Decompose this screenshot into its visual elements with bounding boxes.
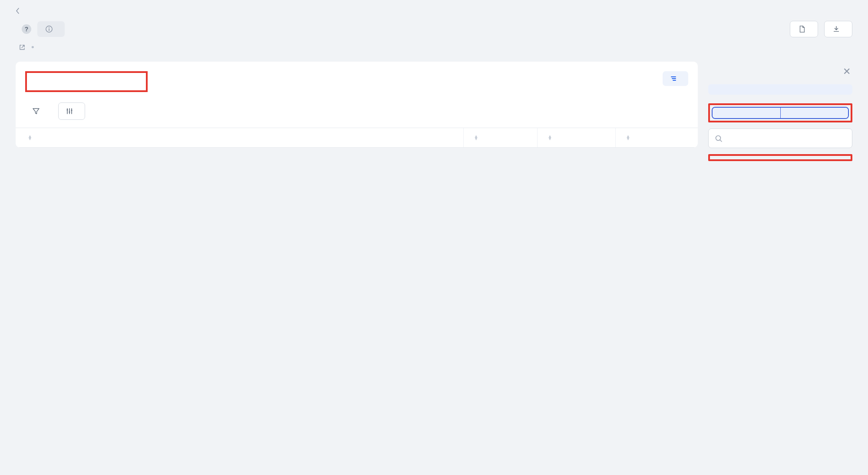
highlight-box [25, 71, 148, 92]
close-icon[interactable]: ✕ [843, 66, 851, 77]
col-weight[interactable]: ▲▼ [463, 128, 537, 148]
toggle-by-priority[interactable] [713, 108, 781, 118]
svg-point-6 [716, 135, 721, 140]
pdf-button[interactable] [790, 21, 818, 37]
site-url-link[interactable] [16, 44, 25, 50]
info-icon [45, 25, 53, 33]
toggle-by-category[interactable] [781, 108, 848, 118]
back-link[interactable] [16, 5, 852, 21]
filter-urls-button[interactable] [25, 102, 51, 120]
search-issue-box[interactable] [708, 129, 852, 148]
svg-rect-1 [49, 29, 50, 31]
meta-line: • [16, 43, 852, 52]
list-icon [670, 76, 677, 82]
manage-columns-button[interactable] [58, 102, 85, 120]
sort-icon: ▲▼ [28, 135, 32, 140]
filter-icon [32, 107, 40, 115]
svg-point-3 [67, 109, 68, 111]
export-button[interactable] [824, 21, 852, 37]
highlight-categories-box [708, 154, 852, 161]
col-issue[interactable]: ▲▼ [615, 128, 698, 148]
main-card: ▲▼ ▲▼ ▲▼ ▲▼ [16, 62, 698, 148]
chevron-left-icon [16, 8, 20, 14]
sidebar: ✕ [708, 62, 852, 161]
issues-list-button[interactable] [663, 71, 688, 86]
highlight-toggle-box [708, 103, 852, 122]
pages-table: ▲▼ ▲▼ ▲▼ ▲▼ [16, 128, 698, 148]
search-icon [715, 135, 723, 142]
pdf-icon [798, 25, 806, 33]
svg-point-4 [69, 112, 70, 113]
sort-icon: ▲▼ [548, 135, 552, 140]
domain-info-button[interactable] [37, 21, 65, 37]
sort-icon: ▲▼ [626, 135, 630, 140]
external-link-icon [19, 44, 25, 50]
download-icon [832, 25, 840, 33]
svg-point-5 [71, 110, 73, 111]
col-url[interactable]: ▲▼ [16, 128, 463, 148]
sort-icon: ▲▼ [474, 135, 479, 140]
sidebar-active-item[interactable] [708, 84, 852, 95]
columns-icon [66, 107, 73, 115]
help-icon[interactable]: ? [22, 24, 31, 34]
col-status[interactable]: ▲▼ [537, 128, 615, 148]
svg-point-2 [49, 27, 50, 28]
search-issue-input[interactable] [727, 134, 846, 143]
